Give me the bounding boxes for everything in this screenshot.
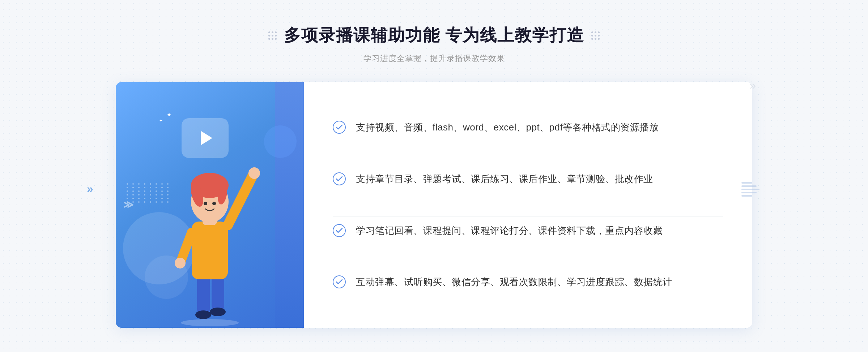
check-icon-1 (333, 121, 346, 134)
feature-item-3: 学习笔记回看、课程提问、课程评论打分、课件资料下载，重点内容收藏 (333, 216, 723, 245)
left-dots-icon (268, 31, 277, 40)
svg-point-4 (210, 308, 226, 316)
svg-point-17 (333, 121, 345, 133)
sparkle-icon-1: ✦ (166, 111, 172, 119)
svg-line-7 (181, 232, 192, 261)
svg-point-15 (204, 202, 207, 205)
illustration-area: ✦ ✦ (116, 82, 304, 328)
svg-point-9 (175, 258, 186, 269)
page-subtitle: 学习进度全掌握，提升录播课教学效果 (268, 53, 600, 64)
feature-item-2: 支持章节目录、弹题考试、课后练习、课后作业、章节测验、批改作业 (333, 165, 723, 193)
svg-point-8 (248, 167, 260, 179)
svg-point-20 (333, 276, 345, 288)
svg-rect-5 (192, 222, 228, 279)
header-section: 多项录播课辅助功能 专为线上教学打造 学习进度全掌握，提升录播课教学效果 (268, 24, 600, 64)
stripes-decoration (741, 182, 760, 197)
features-area: 支持视频、音频、flash、word、excel、ppt、pdf等各种格式的资源… (304, 82, 752, 328)
svg-point-16 (212, 202, 216, 205)
outside-right-chevron-icon: » (749, 79, 756, 92)
svg-line-6 (228, 175, 253, 225)
feature-text-3: 学习笔记回看、课程提问、课程评论打分、课件资料下载，重点内容收藏 (356, 223, 663, 239)
feature-text-2: 支持章节目录、弹题考试、课后练习、课后作业、章节测验、批改作业 (356, 172, 653, 187)
svg-point-3 (195, 310, 211, 319)
check-icon-4 (333, 275, 346, 288)
svg-point-0 (181, 319, 239, 326)
left-chevron-icon: ≫ (123, 200, 133, 210)
check-icon-2 (333, 172, 346, 185)
svg-point-18 (333, 173, 345, 185)
character-illustration (141, 138, 278, 328)
right-dots-icon (591, 31, 600, 40)
svg-point-19 (333, 224, 345, 237)
page-title: 多项录播课辅助功能 专为线上教学打造 (284, 24, 584, 47)
main-card: ✦ ✦ (116, 82, 752, 328)
feature-item-4: 互动弹幕、试听购买、微信分享、观看次数限制、学习进度跟踪、数据统计 (333, 268, 723, 296)
sparkle-icon-2: ✦ (159, 118, 163, 123)
check-icon-3 (333, 224, 346, 237)
feature-text-4: 互动弹幕、试听购买、微信分享、观看次数限制、学习进度跟踪、数据统计 (356, 275, 672, 290)
outside-left-chevron-icon: » (87, 182, 93, 196)
feature-text-1: 支持视频、音频、flash、word、excel、ppt、pdf等各种格式的资源… (356, 120, 659, 135)
blue-accent-panel (275, 82, 304, 328)
title-wrapper: 多项录播课辅助功能 专为线上教学打造 (268, 24, 600, 47)
feature-item-1: 支持视频、音频、flash、word、excel、ppt、pdf等各种格式的资源… (333, 113, 723, 142)
page-container: 多项录播课辅助功能 专为线上教学打造 学习进度全掌握，提升录播课教学效果 (0, 24, 868, 328)
